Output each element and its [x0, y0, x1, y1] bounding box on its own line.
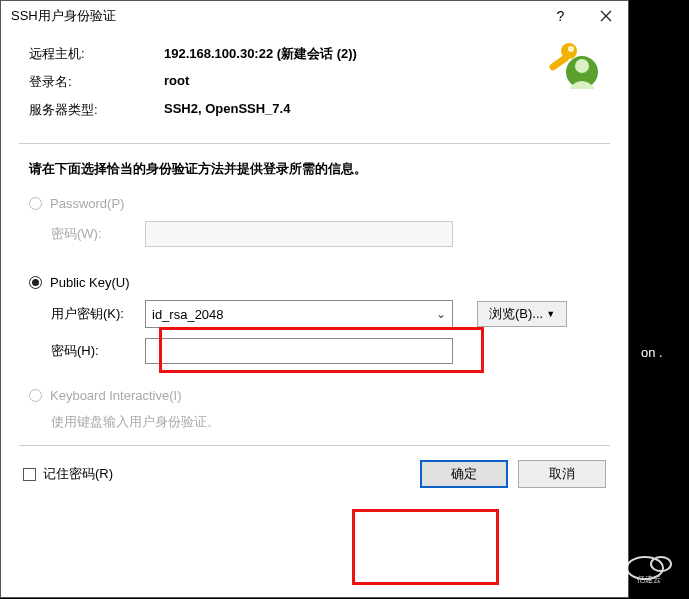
- cancel-label: 取消: [549, 465, 575, 483]
- help-button[interactable]: ?: [538, 1, 583, 31]
- password-field-label: 密码(W):: [51, 225, 145, 243]
- radio-icon: [29, 389, 42, 402]
- browse-button[interactable]: 浏览(B)... ▼: [477, 301, 567, 327]
- cancel-button[interactable]: 取消: [518, 460, 606, 488]
- remote-host-value: 192.168.100.30:22 (新建会话 (2)): [164, 45, 357, 63]
- password-radio-row[interactable]: Password(P): [29, 196, 600, 211]
- instruction-text: 请在下面选择恰当的身份验证方法并提供登录所需的信息。: [1, 144, 628, 186]
- connection-info: 远程主机: 192.168.100.30:22 (新建会话 (2)) 登录名: …: [1, 31, 628, 135]
- close-icon: [600, 10, 612, 22]
- publickey-radio-row[interactable]: Public Key(U): [29, 275, 600, 290]
- password-input: [145, 221, 453, 247]
- radio-icon: [29, 276, 42, 289]
- user-key-icon: [544, 37, 606, 99]
- passphrase-label: 密码(H):: [51, 342, 145, 360]
- login-value: root: [164, 73, 189, 91]
- userkey-label: 用户密钥(K):: [51, 305, 145, 323]
- userkey-combobox[interactable]: id_rsa_2048 ⌄: [145, 300, 453, 328]
- login-label: 登录名:: [29, 73, 164, 91]
- svg-point-3: [575, 59, 589, 73]
- svg-text:亿速云: 亿速云: [636, 575, 661, 584]
- background-right: on .: [633, 45, 689, 599]
- close-button[interactable]: [583, 1, 628, 31]
- radio-icon: [29, 197, 42, 210]
- dialog-title: SSH用户身份验证: [11, 7, 538, 25]
- keyboard-radio-label: Keyboard Interactive(I): [50, 388, 182, 403]
- passphrase-input[interactable]: [145, 338, 453, 364]
- ssh-auth-dialog: SSH用户身份验证 ? 远程主机: 192.168.100.30:22 (新建会…: [0, 0, 629, 598]
- browse-label: 浏览(B)...: [489, 305, 543, 323]
- bottom-bar: 记住密码(R) 确定 取消: [1, 446, 628, 502]
- publickey-radio-label: Public Key(U): [50, 275, 129, 290]
- svg-point-6: [568, 46, 574, 52]
- remember-label: 记住密码(R): [43, 465, 113, 483]
- ok-button[interactable]: 确定: [420, 460, 508, 488]
- server-type-label: 服务器类型:: [29, 101, 164, 119]
- password-radio-label: Password(P): [50, 196, 124, 211]
- keyboard-radio-row[interactable]: Keyboard Interactive(I): [29, 388, 600, 403]
- remember-checkbox[interactable]: [23, 468, 36, 481]
- keyboard-sub-msg: 使用键盘输入用户身份验证。: [51, 413, 220, 431]
- dropdown-icon: ▼: [546, 309, 555, 319]
- titlebar: SSH用户身份验证 ?: [1, 1, 628, 31]
- remote-host-label: 远程主机:: [29, 45, 164, 63]
- highlight-box-2: [352, 509, 499, 585]
- server-type-value: SSH2, OpenSSH_7.4: [164, 101, 290, 119]
- watermark: 亿速云: [623, 548, 683, 587]
- chevron-down-icon: ⌄: [436, 307, 446, 321]
- ok-label: 确定: [451, 465, 477, 483]
- bg-partial-text: on .: [641, 345, 663, 360]
- userkey-value: id_rsa_2048: [152, 307, 224, 322]
